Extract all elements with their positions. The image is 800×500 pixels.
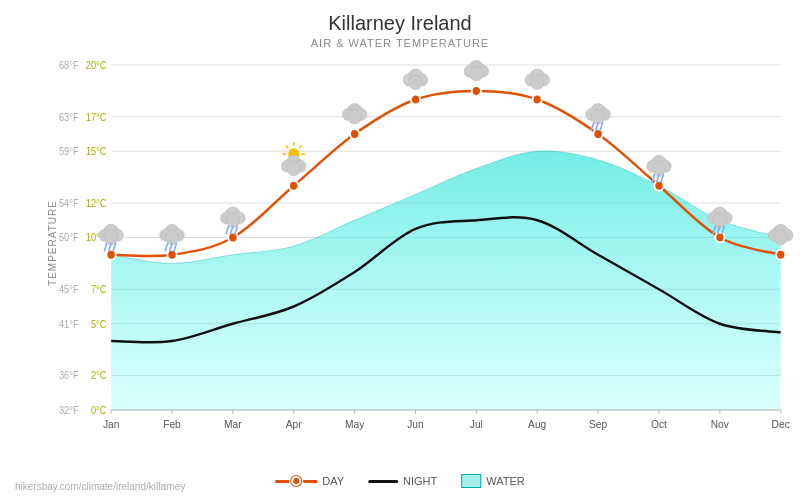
svg-point-130 [713, 213, 726, 227]
svg-text:Aug: Aug [528, 418, 546, 430]
svg-line-76 [174, 244, 176, 251]
svg-line-83 [235, 226, 237, 233]
chart-area: 0°C32°F2°C36°F5°C41°F7°C45°F10°C50°F12°C… [60, 55, 790, 430]
svg-text:59°F: 59°F [59, 146, 79, 157]
svg-text:5°C: 5°C [91, 318, 107, 329]
y-axis-label: TEMPERATURE [47, 200, 58, 286]
svg-point-108 [470, 66, 483, 80]
svg-text:45°F: 45°F [59, 284, 79, 295]
svg-text:Jun: Jun [407, 418, 424, 430]
svg-text:68°F: 68°F [59, 60, 79, 71]
svg-text:0°C: 0°C [91, 405, 107, 416]
svg-point-100 [348, 110, 361, 124]
svg-point-137 [774, 230, 787, 244]
svg-text:63°F: 63°F [59, 111, 79, 122]
svg-point-73 [165, 230, 178, 244]
svg-point-60 [654, 181, 663, 191]
legend-night: NIGHT [368, 475, 437, 487]
svg-point-55 [350, 129, 359, 139]
svg-text:20°C: 20°C [86, 60, 107, 71]
svg-line-117 [591, 123, 593, 130]
chart-subtitle: AIR & WATER TEMPERATURE [0, 37, 800, 49]
svg-point-116 [591, 110, 604, 124]
svg-text:Sep: Sep [589, 418, 607, 430]
svg-text:54°F: 54°F [59, 198, 79, 209]
svg-text:Nov: Nov [711, 418, 730, 430]
svg-point-56 [411, 95, 420, 105]
svg-line-119 [600, 123, 602, 130]
footer-url: hikersbay.com/climate/ireland/killarney [15, 481, 185, 492]
legend-night-label: NIGHT [403, 475, 437, 487]
svg-text:Mar: Mar [224, 418, 242, 430]
svg-line-81 [226, 226, 228, 233]
svg-text:Apr: Apr [286, 418, 302, 430]
svg-text:50°F: 50°F [59, 232, 79, 243]
svg-text:15°C: 15°C [86, 146, 107, 157]
svg-point-53 [228, 233, 237, 243]
svg-text:May: May [345, 418, 365, 430]
svg-line-89 [286, 146, 288, 149]
svg-text:12°C: 12°C [86, 198, 107, 209]
svg-text:2°C: 2°C [91, 370, 107, 381]
svg-point-51 [106, 250, 115, 260]
svg-point-52 [167, 250, 176, 260]
svg-line-69 [113, 244, 115, 251]
svg-text:17°C: 17°C [86, 111, 107, 122]
legend-water: WATER [461, 474, 525, 488]
chart-container: Killarney Ireland AIR & WATER TEMPERATUR… [0, 0, 800, 500]
svg-line-67 [104, 244, 106, 251]
svg-line-126 [661, 175, 663, 182]
svg-point-96 [287, 161, 300, 175]
svg-text:Jul: Jul [470, 418, 483, 430]
svg-text:41°F: 41°F [59, 318, 79, 329]
legend-day-label: DAY [322, 475, 344, 487]
svg-point-59 [593, 129, 602, 139]
svg-point-112 [531, 75, 544, 89]
svg-text:Oct: Oct [651, 418, 667, 430]
svg-text:Jan: Jan [103, 418, 120, 430]
svg-text:32°F: 32°F [59, 405, 79, 416]
svg-point-61 [715, 233, 724, 243]
legend-day: DAY [275, 475, 344, 487]
svg-text:7°C: 7°C [91, 284, 107, 295]
svg-point-80 [226, 213, 239, 227]
svg-point-62 [776, 250, 785, 260]
svg-point-123 [652, 161, 665, 175]
legend: DAY NIGHT WATER [275, 474, 525, 488]
svg-point-57 [472, 86, 481, 96]
svg-text:Feb: Feb [163, 418, 181, 430]
svg-point-66 [104, 230, 117, 244]
svg-point-54 [289, 181, 298, 191]
svg-line-91 [299, 146, 301, 149]
chart-title: Killarney Ireland [0, 0, 800, 35]
svg-point-58 [533, 95, 542, 105]
svg-text:Dec: Dec [772, 418, 791, 430]
svg-line-74 [165, 244, 167, 251]
svg-text:36°F: 36°F [59, 370, 79, 381]
legend-water-label: WATER [486, 475, 525, 487]
svg-point-104 [409, 75, 422, 89]
